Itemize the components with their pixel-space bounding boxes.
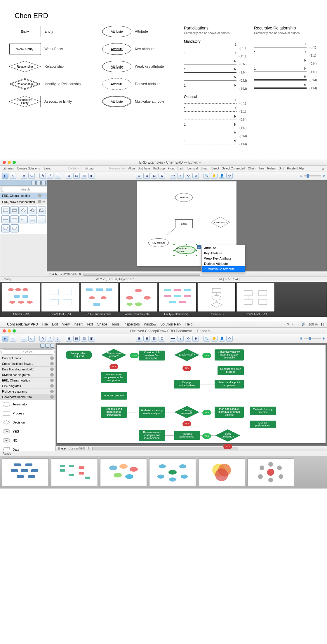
flow-process[interactable]: Evaluate training outcome	[250, 407, 276, 415]
align-tool[interactable]: ⊡	[151, 173, 157, 179]
library-item[interactable]: ERD, crow's foot notation ☰	[0, 199, 47, 205]
context-arrow-icon[interactable]: ▸	[197, 245, 201, 249]
flow-process[interactable]: Plan and conduct individual or group tra…	[215, 407, 244, 418]
tool-btn[interactable]: ▤	[73, 336, 80, 342]
flow-process[interactable]: Appraise performance	[174, 431, 200, 440]
tool-btn[interactable]: ⊕	[192, 173, 199, 179]
tool-btn[interactable]: ⤴	[55, 173, 61, 179]
stencil-recursive[interactable]	[11, 215, 19, 223]
stencil-cardinality[interactable]: N	[29, 215, 37, 223]
view-icon[interactable]	[45, 344, 49, 348]
pan-tool[interactable]: ✋	[211, 336, 218, 342]
zoom-in-icon[interactable]: ⊕	[322, 174, 325, 178]
zoom-control[interactable]: ⊖ ⊕	[300, 174, 325, 178]
gallery-item[interactable]	[237, 283, 275, 312]
mac-menu-item[interactable]: ConceptDraw PRO	[7, 322, 38, 326]
stencil-participation[interactable]	[1, 215, 10, 223]
flow-yes[interactable]: YES	[202, 433, 211, 439]
stencil-opt-participation[interactable]	[20, 215, 28, 223]
align-tool[interactable]: ⊠	[159, 173, 165, 179]
context-menu[interactable]: ▸ AttributeKey AttributeWeak Key Attribu…	[201, 245, 245, 272]
gallery-thumb[interactable]	[247, 459, 294, 486]
mac-menu-item[interactable]: Tools	[111, 322, 119, 326]
align-tool[interactable]: ⊠	[159, 336, 165, 342]
mac-menu-item[interactable]: Help	[185, 322, 193, 326]
flow-process[interactable]: Advertise vacancy internally and/or exte…	[215, 349, 244, 360]
menu-item[interactable]: Direct	[211, 167, 219, 170]
wifi-icon[interactable]: ⌵	[297, 322, 299, 326]
zoom-control[interactable]: ⊖ ⊕	[300, 337, 325, 340]
flow-process[interactable]: Set goals and performance expectations	[101, 407, 127, 418]
tool-btn[interactable]: ⟳	[226, 336, 233, 342]
stencil-assoc[interactable]	[38, 206, 46, 214]
bluetooth-icon[interactable]: ⌖	[292, 322, 294, 326]
template-gallery[interactable]	[0, 456, 327, 488]
tool-btn[interactable]: ↕	[177, 336, 184, 342]
flow-no[interactable]: NO	[182, 421, 191, 426]
mac-menu-item[interactable]: View	[62, 322, 70, 326]
mac-menu-item[interactable]: Solution Park	[160, 322, 181, 326]
search-tool[interactable]: 🔍	[203, 336, 210, 342]
context-menu-item[interactable]: Derived Attribute	[202, 261, 245, 266]
flow-process[interactable]: Consider Job analysis Job description	[139, 351, 165, 360]
tool-btn[interactable]: ▦	[66, 173, 72, 179]
flow-process[interactable]: Select and appoint employee	[215, 380, 244, 388]
gallery-item[interactable]	[119, 283, 157, 312]
flow-decision[interactable]: Skills achieved?	[215, 429, 241, 442]
tool-btn[interactable]: ⬭	[28, 173, 35, 179]
stencil-item[interactable]: Terminator	[0, 400, 55, 409]
tool-btn[interactable]: ◧	[88, 336, 95, 342]
minimize-icon[interactable]	[8, 161, 11, 164]
tool-btn[interactable]: ↰	[39, 336, 46, 342]
menu-item[interactable]: UnGroup	[153, 167, 165, 170]
menu-item[interactable]: Chain	[248, 167, 255, 170]
sidebar-search[interactable]	[1, 187, 49, 192]
menu-group[interactable]: Group	[85, 167, 93, 170]
volume-icon[interactable]: 🔊	[302, 322, 306, 326]
search-icon[interactable]	[50, 344, 54, 348]
menu-item[interactable]: Align	[128, 167, 135, 170]
menu-item[interactable]: Back	[178, 167, 184, 170]
align-tool[interactable]: ⊞	[143, 173, 150, 179]
gallery-item[interactable]	[41, 283, 79, 312]
page-nav[interactable]: ⊞ ◀ ▶	[49, 272, 58, 276]
gallery-thumb[interactable]	[149, 459, 196, 486]
scrollbar[interactable]	[84, 273, 200, 276]
tool-btn[interactable]: ⟷	[170, 173, 176, 179]
canvas-key-attribute[interactable]: Key attribute	[148, 238, 169, 247]
flow-process[interactable]: Induction process	[101, 392, 127, 400]
stencil-item[interactable]: NONO	[0, 436, 55, 445]
context-menu-item[interactable]: Key Attribute	[202, 251, 245, 256]
menu-item[interactable]: Tree	[258, 167, 264, 170]
zoom-slider[interactable]	[304, 175, 321, 176]
gallery-item[interactable]	[80, 283, 118, 312]
tool-btn[interactable]: ⬭	[28, 336, 35, 342]
mac-menu-item[interactable]: Insert	[74, 322, 83, 326]
page-nav[interactable]: ⊞ ◀ ▶	[58, 447, 66, 450]
window-controls[interactable]	[3, 329, 16, 332]
library-item[interactable]: ERD, Chen's notation ☰	[0, 193, 47, 199]
context-menu-item[interactable]: Attribute	[202, 245, 245, 251]
menu-save[interactable]: Save...	[44, 167, 53, 170]
drawing-canvas[interactable]: Attribute Entity Relationship Key attrib…	[137, 181, 236, 266]
canvas-relationship[interactable]: Relationship	[210, 216, 231, 228]
titlebar[interactable]: Unsaved ConceptDraw PRO Document — Edite…	[0, 328, 327, 334]
zoom-icon[interactable]	[13, 161, 16, 164]
pan-tool[interactable]: ✋	[211, 173, 218, 179]
tool-btn[interactable]: ↕	[177, 173, 184, 179]
mac-menu-item[interactable]: Text	[87, 322, 93, 326]
user-tool[interactable]: 👤	[219, 173, 225, 179]
context-menu-item[interactable]: ✓ Multivalue Attribute	[202, 266, 245, 272]
library-item[interactable]: Fishbone diagrams	[0, 389, 55, 394]
canvas-entity[interactable]: Entity	[175, 219, 193, 228]
mac-menu-item[interactable]: Shape	[97, 322, 107, 326]
tool-btn[interactable]: ↱	[47, 336, 53, 342]
pointer-tool[interactable]: ▸	[2, 336, 8, 342]
tool-btn[interactable]: ▭	[21, 173, 27, 179]
expand-icon[interactable]: »	[322, 166, 324, 171]
library-item[interactable]: Flowcharts Rapid Draw	[0, 394, 55, 400]
tool-btn[interactable]: ⤴	[55, 336, 61, 342]
stencil-blank[interactable]	[38, 215, 46, 223]
gallery-thumb[interactable]	[100, 459, 147, 486]
connector-tool[interactable]: ⟍	[10, 173, 16, 179]
